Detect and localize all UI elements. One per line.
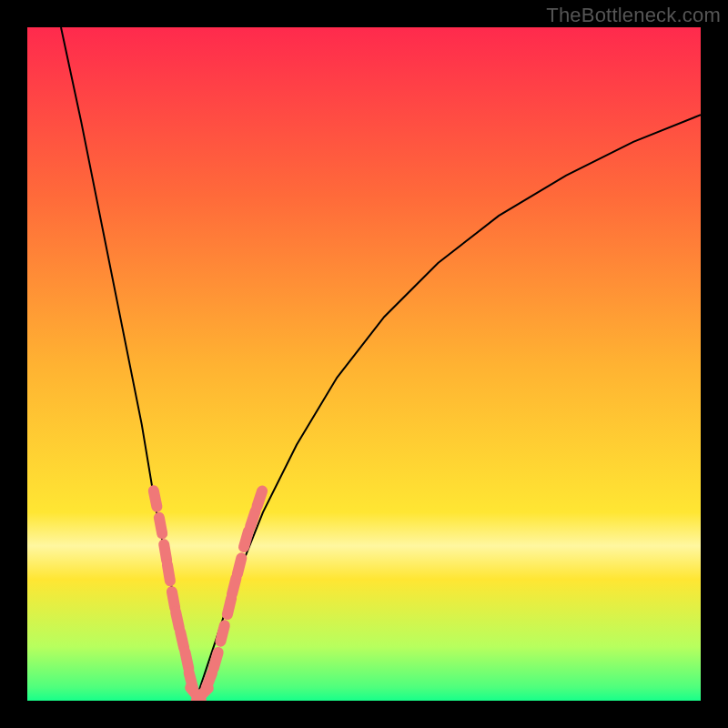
marker-point: [164, 544, 167, 561]
curve-right-branch: [196, 115, 701, 701]
marker-point: [154, 490, 157, 507]
watermark-text: TheBottleneck.com: [546, 4, 721, 27]
marker-point: [176, 612, 179, 628]
marker-point: [228, 599, 231, 614]
marker-point: [238, 558, 241, 573]
plot-area: [27, 27, 701, 701]
marker-point: [232, 579, 236, 594]
marker-point: [172, 592, 175, 608]
marker-point: [207, 672, 213, 688]
marker-point: [214, 652, 218, 668]
marker-point: [186, 652, 189, 669]
marker-point: [220, 625, 224, 641]
marker-point: [159, 518, 162, 534]
marker-point: [250, 511, 256, 527]
marker-point: [258, 491, 263, 507]
curve-layer: [27, 27, 701, 701]
chart-frame: TheBottleneck.com: [0, 0, 728, 728]
marker-point: [244, 531, 248, 547]
marker-point: [167, 565, 170, 581]
marker-point: [180, 632, 184, 649]
marker-group: [154, 490, 262, 700]
